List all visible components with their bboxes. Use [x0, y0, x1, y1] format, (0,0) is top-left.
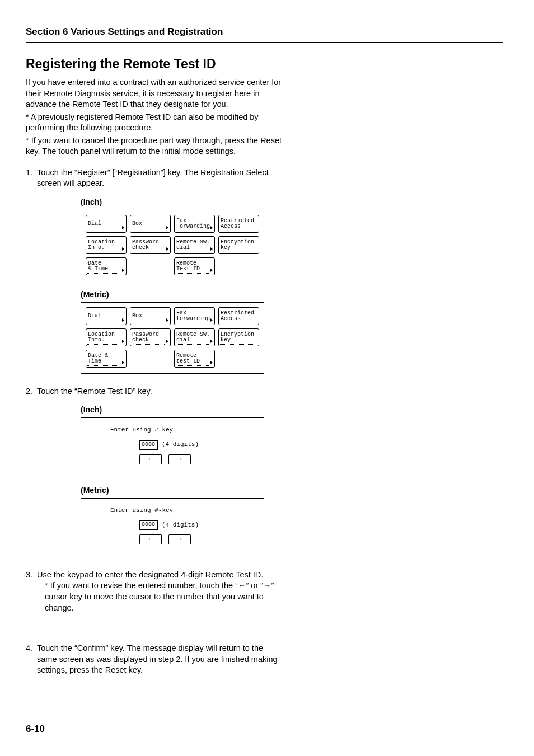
- label-inch-2: (Inch): [81, 405, 503, 415]
- step-4-text: Touch the “Confirm” key. The message dis…: [37, 643, 283, 676]
- cursor-left-button[interactable]: ←: [139, 534, 162, 544]
- step-4-number: 4.: [26, 643, 37, 676]
- step-1-text: Touch the “Register” [“Registration”] ke…: [37, 167, 283, 189]
- step-3-subnote: * If you want to revise the entered numb…: [37, 580, 283, 613]
- cursor-left-button[interactable]: ←: [139, 454, 162, 464]
- btn-fax-forwarding[interactable]: Faxforwarding: [174, 307, 215, 325]
- arrow-right-icon: →: [178, 456, 181, 463]
- cursor-right-button[interactable]: →: [168, 534, 191, 544]
- arrow-right-icon: →: [178, 536, 181, 543]
- step-3-text: Use the keypad to enter the designated 4…: [37, 570, 283, 581]
- page-title: Registering the Remote Test ID: [26, 55, 503, 73]
- label-metric-1: (Metric): [81, 289, 503, 300]
- btn-remote-sw-dial[interactable]: Remote SW.dial: [174, 236, 215, 254]
- step-3: 3. Use the keypad to enter the designate…: [26, 570, 283, 613]
- step-4: 4. Touch the “Confirm” key. The message …: [26, 643, 283, 676]
- btn-date-time[interactable]: Date& Time: [86, 257, 127, 275]
- btn-fax-forwarding[interactable]: FaxForwarding: [174, 215, 215, 233]
- btn-encryption-key[interactable]: Encryptionkey: [218, 328, 259, 346]
- registration-panel-metric: Dial Box Faxforwarding RestrictedAccess …: [81, 302, 264, 374]
- btn-location-info[interactable]: LocationInfo.: [86, 328, 127, 346]
- btn-password-check[interactable]: Passwordcheck: [130, 236, 171, 254]
- note-1: * A previously registered Remote Test ID…: [26, 112, 283, 134]
- btn-password-check[interactable]: Passwordcheck: [130, 328, 171, 346]
- step-1: 1. Touch the “Register” [“Registration”]…: [26, 167, 283, 189]
- entry-prompt: Enter using #-key: [110, 506, 259, 515]
- cursor-right-button[interactable]: →: [168, 454, 191, 464]
- step-3-number: 3.: [26, 570, 37, 613]
- btn-dial[interactable]: Dial: [86, 215, 127, 233]
- btn-box[interactable]: Box: [130, 215, 171, 233]
- step-2-text: Touch the “Remote Test ID” key.: [37, 386, 283, 397]
- btn-remote-test-id[interactable]: RemoteTest ID: [174, 257, 215, 275]
- arrow-left-icon: ←: [149, 456, 152, 463]
- step-2: 2. Touch the “Remote Test ID” key.: [26, 386, 283, 397]
- step-2-number: 2.: [26, 386, 37, 397]
- id-input[interactable]: 0000: [139, 440, 157, 450]
- btn-box[interactable]: Box: [130, 307, 171, 325]
- btn-remote-test-id[interactable]: Remotetest ID: [174, 350, 215, 368]
- digits-hint: (4 digits): [162, 521, 199, 529]
- btn-dial[interactable]: Dial: [86, 307, 127, 325]
- entry-prompt: Enter using # key: [110, 426, 259, 434]
- entry-panel-metric: Enter using #-key 0000 (4 digits) ← →: [81, 498, 264, 557]
- note-2: * If you want to cancel the procedure pa…: [26, 135, 283, 157]
- id-input[interactable]: 0000: [139, 520, 157, 530]
- label-metric-2: (Metric): [81, 485, 503, 496]
- btn-location-info[interactable]: LocationInfo.: [86, 236, 127, 254]
- digits-hint: (4 digits): [162, 440, 199, 449]
- arrow-left-icon: ←: [149, 536, 152, 543]
- label-inch-1: (Inch): [81, 197, 503, 208]
- btn-restricted-access[interactable]: RestrictedAccess: [218, 215, 259, 233]
- registration-panel-inch: Dial Box FaxForwarding RestrictedAccess …: [81, 210, 264, 281]
- entry-panel-inch: Enter using # key 0000 (4 digits) ← →: [81, 417, 264, 477]
- btn-remote-sw-dial[interactable]: Remote SW.dial: [174, 328, 215, 346]
- btn-date-time[interactable]: Date &Time: [86, 350, 127, 368]
- section-header: Section 6 Various Settings and Registrat…: [26, 26, 503, 43]
- step-1-number: 1.: [26, 167, 37, 189]
- btn-encryption-key[interactable]: Encryptionkey: [218, 236, 259, 254]
- intro-paragraph: If you have entered into a contract with…: [26, 77, 283, 110]
- btn-restricted-access[interactable]: RestrictedAccess: [218, 307, 259, 325]
